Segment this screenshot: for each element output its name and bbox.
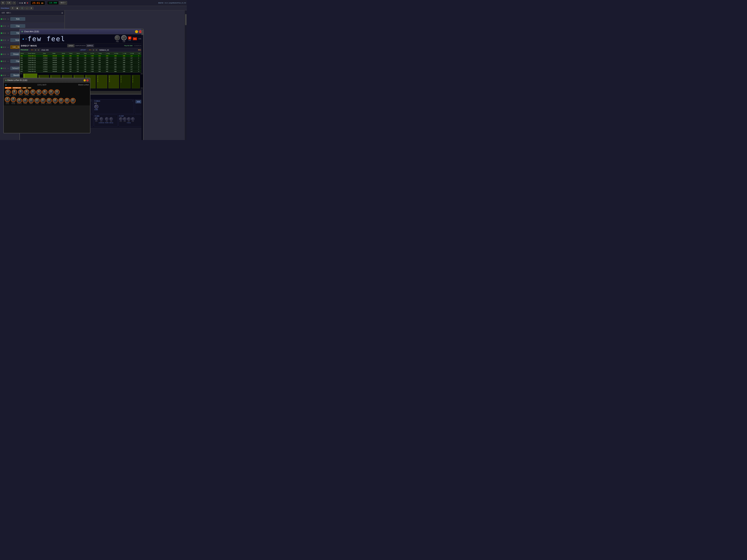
fx-rate-knob[interactable]: [127, 117, 130, 121]
reso1-knob[interactable]: [28, 98, 34, 103]
size-knob[interactable]: [53, 98, 58, 103]
track-clap2-mute[interactable]: [3, 60, 4, 62]
zone-row-4[interactable]: 004Choir Ahh (5)137813044100000048+00+00…: [20, 64, 143, 66]
electro-close-btn[interactable]: ×: [86, 79, 88, 81]
dw-minimize-btn[interactable]: -: [135, 30, 138, 33]
zone-row-1[interactable]: 001Choir Ahh (2)137813044100000043+00+00…: [20, 57, 143, 59]
track-518-solo[interactable]: [4, 47, 6, 48]
track-2-solo[interactable]: [4, 25, 6, 27]
zone-row-7[interactable]: 007Choir Ahh (8)137813044100000062+00+00…: [20, 70, 143, 73]
toolbar-icon-3[interactable]: 🎼: [20, 7, 25, 10]
track-4-power[interactable]: [1, 39, 2, 41]
mallet-decay-knob[interactable]: [12, 89, 17, 95]
prog-prev-btn[interactable]: ◄: [34, 49, 37, 51]
zone-row-6[interactable]: 006Choir Ahh (7)137813044100000058+00+00…: [20, 68, 143, 70]
material-knob[interactable]: [47, 98, 52, 103]
track-bass-mute[interactable]: [3, 75, 4, 76]
volume-knob[interactable]: [121, 35, 127, 41]
final-level-knob[interactable]: [65, 98, 70, 103]
fx-room-knob[interactable]: [95, 117, 98, 121]
track-piano-solo[interactable]: [4, 68, 6, 69]
track-2-power[interactable]: [1, 25, 2, 27]
zone-table-scroll[interactable]: Zone Zone Name Size Rate Mute Root Semi …: [20, 52, 143, 73]
noise-phase-knob[interactable]: [11, 97, 16, 102]
fx-a-toggle[interactable]: ○: [91, 100, 92, 102]
phase-knob[interactable]: [23, 98, 28, 103]
track-4-mute[interactable]: [3, 39, 4, 41]
track-4-solo[interactable]: [4, 39, 6, 41]
stop-icon[interactable]: ⏹: [24, 2, 26, 4]
track-1-name[interactable]: Kick: [10, 17, 25, 21]
zone-bar-8[interactable]: Choir Ahh (9): [108, 75, 119, 88]
track-5-power[interactable]: [1, 54, 2, 55]
track-clap2-solo[interactable]: [4, 60, 6, 62]
zone-row-0[interactable]: 000Choir Ahh (1)094543044100000036+00+00…: [20, 55, 143, 57]
zone-bar-7[interactable]: Choir Ahh (8): [97, 75, 107, 88]
cutoff-knob[interactable]: [24, 89, 29, 95]
track-bass-power[interactable]: [1, 75, 2, 76]
fx-damp-knob[interactable]: [100, 117, 103, 121]
fx-reverb-knob[interactable]: [105, 117, 108, 121]
electro-minimize-btn[interactable]: -: [83, 79, 86, 81]
zone-row-5[interactable]: 005Choir Ahh (6)137813044100000053+00+00…: [20, 66, 143, 68]
track-5-solo[interactable]: [4, 54, 6, 55]
fx-decay-knob[interactable]: [109, 117, 113, 121]
track-3-power[interactable]: [1, 32, 2, 34]
track-1-solo[interactable]: [4, 18, 6, 20]
sof-level-knob[interactable]: [54, 89, 60, 95]
prog-next-btn[interactable]: ►: [37, 49, 40, 51]
menu-help[interactable]: ?: [12, 1, 16, 4]
toolbar-icon-5[interactable]: ⚙: [29, 7, 33, 10]
menu-tools[interactable]: 工具: [6, 1, 12, 5]
pattern-selector[interactable]: 样式 7:: [59, 1, 67, 5]
track-3-mute[interactable]: [3, 32, 4, 34]
track-bass-solo[interactable]: [4, 75, 6, 76]
fx-depth-knob[interactable]: [123, 117, 126, 121]
shape-knob[interactable]: [58, 98, 64, 103]
toolbar-icon-4[interactable]: ♪: [25, 7, 29, 10]
track-1-power[interactable]: [1, 18, 2, 20]
menu-project[interactable]: 项: [1, 1, 5, 5]
zone-bar-9[interactable]: Choir Ahh (11): [120, 75, 131, 88]
sof-freq-knob[interactable]: [49, 89, 54, 95]
zone-bar-10[interactable]: Choir Ahh (12): [132, 75, 140, 88]
track-518-power[interactable]: [1, 47, 2, 48]
record-icon[interactable]: ⏺: [26, 2, 28, 4]
track-piano-power[interactable]: [1, 68, 2, 69]
low-freq-knob[interactable]: [30, 89, 35, 95]
tension-knob[interactable]: [17, 98, 22, 103]
retrig-knob[interactable]: [41, 98, 46, 103]
fx-reflection-knob[interactable]: [131, 117, 134, 121]
final-reso-knob[interactable]: [70, 98, 76, 103]
options-btn[interactable]: 选项: [136, 100, 141, 103]
lib-prev-btn[interactable]: ◄: [92, 49, 95, 51]
track-2-mute[interactable]: [3, 25, 4, 27]
toolbar-icon-1[interactable]: ☰: [10, 7, 15, 10]
membrane-decay-knob[interactable]: [18, 89, 23, 95]
zone-row-3[interactable]: 003Choir Ahh (4)137813044100000043+00+00…: [20, 61, 143, 64]
amplitude-knob[interactable]: [5, 89, 10, 95]
lib-next-btn[interactable]: ►: [95, 49, 98, 51]
track-1-mute[interactable]: [3, 18, 4, 20]
track-518-mute[interactable]: [3, 47, 4, 48]
toolbar-icon-2[interactable]: ▦: [15, 7, 20, 10]
low-decay-knob[interactable]: [36, 89, 42, 95]
fx-delay2-knob[interactable]: [119, 117, 123, 121]
play-icon[interactable]: ▶: [22, 2, 23, 4]
fx-status-toggle[interactable]: ○: [92, 115, 93, 117]
track-clap2-power[interactable]: [1, 60, 2, 62]
fx-influence-toggle[interactable]: ○: [116, 115, 117, 117]
track-piano-mute[interactable]: [3, 68, 4, 69]
fx-b-toggle[interactable]: ○: [132, 100, 133, 102]
zone-row-2[interactable]: 002Choir Ahh (3)137813044100000043+00+00…: [20, 59, 143, 61]
right-scrollbar[interactable]: [184, 10, 187, 140]
sound-knob[interactable]: [115, 35, 120, 41]
dw-sample-dropdown[interactable]: 选择样品: [86, 44, 94, 47]
fx-b-count-knob[interactable]: [94, 105, 98, 109]
dw-open-btn[interactable]: OPEN: [67, 44, 75, 47]
track-5-mute[interactable]: [3, 54, 4, 55]
track-2-name[interactable]: Clap: [10, 24, 25, 28]
low-level-knob[interactable]: [42, 89, 47, 95]
sof-reso-knob[interactable]: [34, 98, 40, 103]
noise-level-knob[interactable]: [5, 97, 10, 102]
